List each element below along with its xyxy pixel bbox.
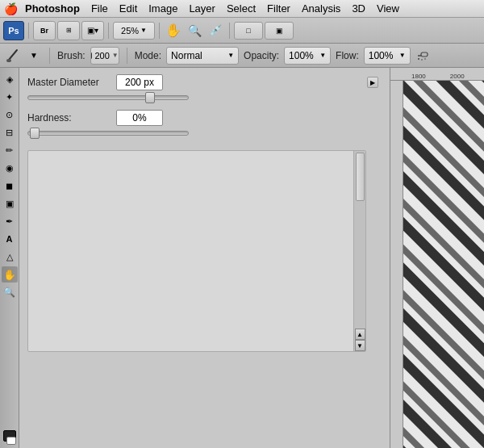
- mode-label: Mode:: [135, 50, 161, 61]
- eyedropper-tool-btn[interactable]: 💉: [206, 21, 225, 40]
- svg-point-4: [418, 58, 419, 60]
- brush-preview-area: ▲ ▼: [27, 150, 366, 352]
- svg-rect-2: [421, 52, 428, 57]
- opacity-value: 100%: [289, 50, 314, 61]
- ps-icon: Ps: [3, 21, 24, 40]
- vertical-ruler: [390, 81, 403, 448]
- options-bar: ▼ Brush: 200 ▼ Mode: Normal ▼ Opacity: 1…: [0, 44, 484, 68]
- brush-label: Brush:: [57, 50, 86, 61]
- brush-size-value: 200: [94, 51, 109, 61]
- options-sep-1: [49, 48, 50, 64]
- selection-tool[interactable]: ◈: [2, 71, 18, 87]
- brush-picker-content: Master Diameter 200 px ▶ Hardness: 0%: [19, 68, 390, 145]
- pen-tool[interactable]: ✒: [2, 213, 18, 229]
- brush-tool-left[interactable]: ✏: [2, 142, 18, 158]
- svg-point-1: [6, 59, 11, 62]
- view-btn-1[interactable]: □: [234, 22, 263, 40]
- move-tool[interactable]: ✦: [2, 89, 18, 105]
- left-toolbar: ◈ ✦ ⊙ ⊟ ✏ ◉ ◼ ▣ ✒ A △ ✋ 🔍: [0, 68, 19, 448]
- menu-photoshop[interactable]: Photoshop: [19, 0, 86, 18]
- brush-dropdown-arrow: ▼: [112, 52, 119, 59]
- svg-rect-10: [390, 81, 484, 448]
- menu-edit[interactable]: Edit: [114, 0, 143, 18]
- scroll-up-button[interactable]: ▲: [355, 329, 365, 340]
- hardness-slider-track[interactable]: [27, 131, 189, 136]
- zoom-select[interactable]: 25% ▼: [113, 22, 155, 40]
- zoom-tool-left[interactable]: 🔍: [2, 284, 18, 300]
- view-btn-2[interactable]: ▣: [265, 22, 294, 40]
- menu-filter[interactable]: Filter: [261, 0, 296, 18]
- brush-tool-icon[interactable]: [5, 48, 21, 64]
- scroll-thumb[interactable]: [356, 153, 365, 201]
- hardness-slider-thumb[interactable]: [30, 128, 40, 139]
- stamp-tool[interactable]: ◉: [2, 160, 18, 176]
- mode-arrow: ▼: [227, 52, 234, 59]
- ruler-mark-2000: 2000: [450, 73, 465, 80]
- menu-view[interactable]: View: [371, 0, 405, 18]
- main-area: ◈ ✦ ⊙ ⊟ ✏ ◉ ◼ ▣ ✒ A △ ✋ 🔍 Master Diamete…: [0, 68, 484, 448]
- opacity-label: Opacity:: [244, 50, 279, 61]
- menu-bar: 🍎 Photoshop File Edit Image Layer Select…: [0, 0, 484, 18]
- brush-picker-panel: Master Diameter 200 px ▶ Hardness: 0%: [19, 68, 390, 448]
- horizontal-ruler: 1800 2000: [390, 68, 484, 81]
- scroll-down-button[interactable]: ▼: [355, 340, 365, 351]
- diameter-slider-thumb[interactable]: [145, 92, 155, 103]
- menu-layer[interactable]: Layer: [183, 0, 221, 18]
- apple-menu[interactable]: 🍎: [3, 0, 18, 18]
- background-color[interactable]: [6, 437, 16, 445]
- flow-select[interactable]: 100% ▼: [364, 47, 411, 65]
- ruler-marks: 1800 2000: [403, 68, 465, 80]
- options-sep-2: [127, 48, 127, 64]
- hardness-row: Hardness: 0%: [27, 110, 382, 126]
- preview-scrollbar: ▲ ▼: [353, 151, 365, 351]
- diameter-slider-track[interactable]: [27, 95, 189, 100]
- mode-select[interactable]: Normal ▼: [166, 47, 239, 65]
- toolbar-separator-2: [108, 23, 109, 39]
- text-tool[interactable]: A: [2, 231, 18, 247]
- svg-line-0: [9, 50, 17, 60]
- hand-tool-left[interactable]: ✋: [2, 266, 18, 283]
- svg-point-5: [421, 59, 423, 61]
- toolbar: Ps Br ⊞ ▣▾ 25% ▼ ✋ 🔍 💉 □ ▣: [0, 18, 484, 44]
- lasso-tool[interactable]: ⊙: [2, 107, 18, 123]
- master-diameter-row: Master Diameter 200 px ▶: [27, 74, 382, 90]
- airbrush-icon[interactable]: [415, 48, 432, 64]
- flow-label: Flow:: [336, 50, 359, 61]
- toolbar-separator-3: [159, 23, 160, 39]
- master-diameter-label: Master Diameter: [27, 77, 116, 88]
- zoom-tool-btn[interactable]: 🔍: [185, 21, 204, 40]
- brush-tool-secondary-icon[interactable]: ▼: [26, 48, 42, 64]
- flow-arrow: ▼: [399, 52, 406, 59]
- canvas-content[interactable]: [390, 81, 484, 448]
- brush-preview-button[interactable]: 200 ▼: [90, 47, 119, 65]
- menu-select[interactable]: Select: [221, 0, 261, 18]
- canvas-pattern: [390, 81, 484, 448]
- opacity-arrow: ▼: [319, 52, 326, 59]
- eraser-tool[interactable]: ◼: [2, 178, 18, 194]
- expand-panel-arrow[interactable]: ▶: [367, 77, 378, 88]
- menu-3d[interactable]: 3D: [346, 0, 371, 18]
- brush-dot-preview: [91, 52, 93, 59]
- toolbar-separator-4: [229, 23, 230, 39]
- hand-tool-btn[interactable]: ✋: [164, 21, 183, 40]
- ruler-mark-1800: 1800: [411, 73, 426, 80]
- menu-image[interactable]: Image: [143, 0, 183, 18]
- crop-tool[interactable]: ⊟: [2, 124, 18, 140]
- mode-value: Normal: [171, 50, 202, 61]
- shape-tool[interactable]: △: [2, 249, 18, 265]
- gradient-tool[interactable]: ▣: [2, 195, 18, 211]
- master-diameter-value[interactable]: 200 px: [116, 74, 163, 90]
- flow-value: 100%: [369, 50, 394, 61]
- screen-mode-btn[interactable]: ▣▾: [81, 21, 104, 40]
- hardness-value[interactable]: 0%: [116, 110, 163, 126]
- menu-analysis[interactable]: Analysis: [296, 0, 346, 18]
- hardness-label: Hardness:: [27, 112, 116, 124]
- svg-point-6: [424, 58, 426, 60]
- toolbar-separator-1: [28, 23, 29, 39]
- menu-file[interactable]: File: [86, 0, 114, 18]
- opacity-select[interactable]: 100% ▼: [284, 47, 331, 65]
- canvas-area: 1800 2000: [390, 68, 484, 448]
- mini-bridge-btn[interactable]: ⊞: [57, 21, 80, 40]
- bridge-btn[interactable]: Br: [33, 21, 56, 40]
